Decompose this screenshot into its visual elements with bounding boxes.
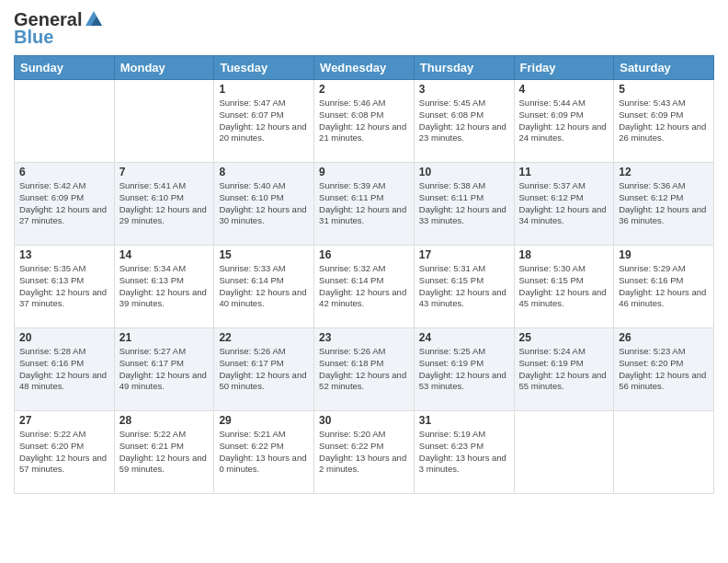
day-info: Daylight: 12 hours and 37 minutes. — [19, 287, 109, 311]
day-info: Daylight: 12 hours and 36 minutes. — [619, 204, 709, 228]
col-thursday: Thursday — [414, 56, 514, 80]
calendar-cell: 2Sunrise: 5:46 AMSunset: 6:08 PMDaylight… — [314, 80, 415, 163]
day-info: Sunset: 6:22 PM — [219, 441, 309, 453]
day-info: Sunset: 6:12 PM — [519, 192, 609, 204]
day-info: Sunrise: 5:37 AM — [519, 180, 609, 192]
header: General Blue — [14, 9, 714, 48]
day-info: Sunrise: 5:21 AM — [219, 429, 309, 441]
calendar-cell: 10Sunrise: 5:38 AMSunset: 6:11 PMDayligh… — [414, 163, 514, 246]
day-info: Sunset: 6:10 PM — [219, 192, 309, 204]
day-number: 8 — [219, 166, 309, 178]
day-number: 13 — [19, 248, 109, 261]
calendar-cell: 15Sunrise: 5:33 AMSunset: 6:14 PMDayligh… — [214, 246, 314, 328]
calendar-cell — [614, 411, 714, 494]
day-info: Daylight: 12 hours and 57 minutes. — [19, 453, 109, 477]
day-info: Sunrise: 5:46 AM — [319, 98, 409, 109]
day-info: Sunset: 6:23 PM — [419, 441, 509, 453]
calendar-cell: 13Sunrise: 5:35 AMSunset: 6:13 PMDayligh… — [15, 246, 115, 328]
calendar-cell: 3Sunrise: 5:45 AMSunset: 6:08 PMDaylight… — [414, 80, 514, 163]
col-sunday: Sunday — [15, 56, 115, 80]
day-info: Sunrise: 5:43 AM — [619, 98, 709, 109]
logo-icon — [84, 9, 104, 29]
day-info: Daylight: 12 hours and 24 minutes. — [519, 121, 609, 145]
day-info: Sunrise: 5:22 AM — [19, 429, 109, 441]
calendar-cell: 17Sunrise: 5:31 AMSunset: 6:15 PMDayligh… — [414, 246, 514, 328]
day-info: Daylight: 12 hours and 55 minutes. — [519, 370, 609, 394]
day-number: 1 — [219, 83, 309, 96]
day-info: Sunset: 6:09 PM — [19, 192, 109, 204]
day-info: Sunrise: 5:35 AM — [19, 263, 109, 275]
day-number: 17 — [419, 248, 509, 261]
calendar-cell: 19Sunrise: 5:29 AMSunset: 6:16 PMDayligh… — [614, 246, 714, 328]
calendar-cell: 26Sunrise: 5:23 AMSunset: 6:20 PMDayligh… — [614, 328, 714, 411]
day-number: 14 — [119, 248, 210, 261]
col-friday: Friday — [514, 56, 614, 80]
day-info: Daylight: 12 hours and 53 minutes. — [419, 370, 509, 394]
day-info: Sunset: 6:19 PM — [419, 358, 509, 370]
day-number: 27 — [19, 414, 109, 427]
calendar-cell: 18Sunrise: 5:30 AMSunset: 6:15 PMDayligh… — [514, 246, 614, 328]
day-info: Sunrise: 5:41 AM — [119, 180, 210, 192]
day-info: Sunset: 6:11 PM — [319, 192, 409, 204]
day-info: Daylight: 12 hours and 48 minutes. — [19, 370, 109, 394]
day-info: Sunset: 6:09 PM — [619, 109, 709, 121]
day-info: Daylight: 12 hours and 43 minutes. — [419, 287, 509, 311]
calendar-week-row: 13Sunrise: 5:35 AMSunset: 6:13 PMDayligh… — [15, 246, 714, 328]
day-info: Sunset: 6:16 PM — [19, 358, 109, 370]
day-info: Daylight: 12 hours and 45 minutes. — [519, 287, 609, 311]
day-info: Daylight: 13 hours and 3 minutes. — [419, 453, 509, 477]
day-number: 10 — [419, 166, 509, 178]
day-info: Sunset: 6:14 PM — [219, 275, 309, 287]
calendar-cell: 28Sunrise: 5:22 AMSunset: 6:21 PMDayligh… — [114, 411, 214, 494]
day-info: Daylight: 12 hours and 27 minutes. — [19, 204, 109, 228]
day-info: Sunrise: 5:33 AM — [219, 263, 309, 275]
calendar-week-row: 1Sunrise: 5:47 AMSunset: 6:07 PMDaylight… — [15, 80, 714, 163]
day-info: Daylight: 12 hours and 26 minutes. — [619, 121, 709, 145]
day-info: Daylight: 12 hours and 50 minutes. — [219, 370, 309, 394]
day-info: Sunrise: 5:23 AM — [619, 346, 709, 358]
calendar-cell: 22Sunrise: 5:26 AMSunset: 6:17 PMDayligh… — [214, 328, 314, 411]
day-info: Sunset: 6:12 PM — [619, 192, 709, 204]
day-info: Sunset: 6:15 PM — [519, 275, 609, 287]
day-info: Daylight: 12 hours and 20 minutes. — [219, 121, 309, 145]
calendar-cell: 16Sunrise: 5:32 AMSunset: 6:14 PMDayligh… — [314, 246, 415, 328]
day-number: 28 — [119, 414, 210, 427]
day-info: Daylight: 12 hours and 34 minutes. — [519, 204, 609, 228]
day-number: 20 — [19, 331, 109, 344]
day-info: Daylight: 12 hours and 40 minutes. — [219, 287, 309, 311]
calendar-cell: 31Sunrise: 5:19 AMSunset: 6:23 PMDayligh… — [414, 411, 514, 494]
day-number: 2 — [319, 83, 409, 96]
calendar-week-row: 6Sunrise: 5:42 AMSunset: 6:09 PMDaylight… — [15, 163, 714, 246]
day-info: Sunset: 6:13 PM — [19, 275, 109, 287]
calendar-cell: 14Sunrise: 5:34 AMSunset: 6:13 PMDayligh… — [114, 246, 214, 328]
day-info: Sunset: 6:21 PM — [119, 441, 210, 453]
calendar: Sunday Monday Tuesday Wednesday Thursday… — [14, 55, 714, 494]
day-info: Sunrise: 5:26 AM — [319, 346, 409, 358]
day-info: Sunset: 6:20 PM — [619, 358, 709, 370]
day-info: Daylight: 12 hours and 31 minutes. — [319, 204, 409, 228]
day-number: 3 — [419, 83, 509, 96]
day-info: Daylight: 13 hours and 0 minutes. — [219, 453, 309, 477]
day-info: Sunrise: 5:36 AM — [619, 180, 709, 192]
col-monday: Monday — [114, 56, 214, 80]
col-saturday: Saturday — [614, 56, 714, 80]
day-info: Daylight: 12 hours and 46 minutes. — [619, 287, 709, 311]
day-info: Sunset: 6:19 PM — [519, 358, 609, 370]
day-number: 9 — [319, 166, 409, 178]
day-number: 23 — [319, 331, 409, 344]
day-info: Sunrise: 5:44 AM — [519, 98, 609, 109]
calendar-cell: 24Sunrise: 5:25 AMSunset: 6:19 PMDayligh… — [414, 328, 514, 411]
page: General Blue Sunday Monday Tuesday Wedne… — [0, 0, 728, 563]
day-info: Daylight: 12 hours and 56 minutes. — [619, 370, 709, 394]
logo: General Blue — [14, 9, 104, 48]
day-number: 22 — [219, 331, 309, 344]
calendar-week-row: 20Sunrise: 5:28 AMSunset: 6:16 PMDayligh… — [15, 328, 714, 411]
day-info: Sunrise: 5:31 AM — [419, 263, 509, 275]
day-info: Sunrise: 5:27 AM — [119, 346, 210, 358]
day-info: Sunset: 6:10 PM — [119, 192, 210, 204]
day-info: Sunrise: 5:25 AM — [419, 346, 509, 358]
calendar-header-row: Sunday Monday Tuesday Wednesday Thursday… — [15, 56, 714, 80]
calendar-cell: 4Sunrise: 5:44 AMSunset: 6:09 PMDaylight… — [514, 80, 614, 163]
calendar-week-row: 27Sunrise: 5:22 AMSunset: 6:20 PMDayligh… — [15, 411, 714, 494]
calendar-cell: 11Sunrise: 5:37 AMSunset: 6:12 PMDayligh… — [514, 163, 614, 246]
